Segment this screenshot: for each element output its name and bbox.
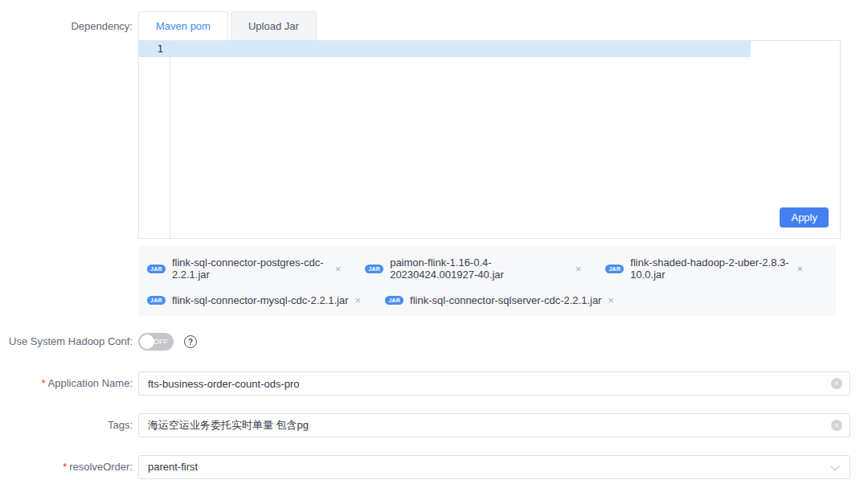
tab-upload-jar[interactable]: Upload Jar (231, 11, 317, 40)
close-icon[interactable]: × (608, 295, 614, 306)
required-marker: * (41, 377, 45, 389)
tags-row: Tags: × (0, 413, 868, 437)
jar-dependency-tag: JAR flink-sql-connector-mysql-cdc-2.2.1.… (147, 294, 361, 306)
jar-badge: JAR (605, 265, 624, 273)
apply-button[interactable]: Apply (780, 207, 829, 228)
resolve-order-value: parent-first (148, 461, 198, 473)
required-marker: * (63, 461, 67, 473)
application-form: Dependency: Maven pom Upload Jar 1 Apply (0, 0, 868, 480)
pom-editor[interactable]: 1 Apply (138, 40, 841, 239)
tab-maven-pom[interactable]: Maven pom (138, 11, 228, 40)
jar-dependency-tag: JAR flink-sql-connector-postgres-cdc-2.2… (147, 256, 341, 281)
jar-badge: JAR (365, 265, 383, 273)
tab-maven-pom-label: Maven pom (156, 20, 211, 32)
chevron-down-icon (830, 462, 839, 470)
jar-dependency-tag: JAR paimon-flink-1.16-0.4-20230424.00192… (365, 256, 581, 281)
dependency-row: Dependency: Maven pom Upload Jar 1 Apply (0, 11, 868, 316)
application-name-label: Application Name: (48, 377, 133, 389)
resolve-order-select[interactable]: parent-first (138, 455, 850, 479)
jar-dependency-tag: JAR flink-shaded-hadoop-2-uber-2.8.3-10.… (605, 256, 803, 281)
toggle-knob (140, 334, 154, 349)
jar-name: flink-shaded-hadoop-2-uber-2.8.3-10.0.ja… (630, 256, 790, 281)
tab-upload-jar-label: Upload Jar (248, 20, 299, 32)
close-icon[interactable]: × (355, 295, 362, 306)
jar-badge: JAR (147, 296, 166, 305)
dependency-tabs: Maven pom Upload Jar (138, 11, 868, 40)
hadoop-conf-label: Use System Hadoop Conf: (0, 333, 133, 351)
clear-icon[interactable]: × (831, 420, 842, 431)
jar-dependency-tag: JAR flink-sql-connector-sqlserver-cdc-2.… (385, 294, 614, 306)
jar-badge: JAR (385, 296, 403, 305)
application-name-row: *Application Name: × (0, 371, 868, 396)
jar-row: JAR flink-sql-connector-postgres-cdc-2.2… (147, 256, 827, 281)
dependency-label: Dependency: (0, 11, 133, 32)
close-icon[interactable]: × (575, 264, 582, 274)
toggle-state-label: OFF (154, 333, 168, 351)
resolve-order-row: *resolveOrder: parent-first (0, 455, 868, 479)
hadoop-conf-row: Use System Hadoop Conf: OFF ? (0, 333, 868, 351)
tags-label: Tags: (0, 413, 133, 437)
clear-icon[interactable]: × (831, 378, 842, 389)
editor-selected-line (139, 41, 751, 57)
help-icon[interactable]: ? (184, 335, 197, 348)
hadoop-conf-toggle[interactable]: OFF (138, 333, 174, 351)
jar-name: flink-sql-connector-mysql-cdc-2.2.1.jar (172, 294, 349, 306)
jar-name: paimon-flink-1.16-0.4-20230424.001927-40… (390, 256, 569, 281)
resolve-order-label: resolveOrder: (69, 461, 133, 473)
editor-gutter (139, 41, 170, 238)
close-icon[interactable]: × (796, 264, 803, 274)
close-icon[interactable]: × (335, 264, 342, 274)
jar-name: flink-sql-connector-postgres-cdc-2.2.1.j… (172, 256, 329, 281)
jar-badge: JAR (147, 265, 166, 273)
editor-line-number: 1 (139, 41, 170, 57)
jar-dependency-list: JAR flink-sql-connector-postgres-cdc-2.2… (138, 246, 836, 316)
application-name-input[interactable] (138, 371, 850, 396)
tags-input[interactable] (138, 413, 850, 437)
jar-name: flink-sql-connector-sqlserver-cdc-2.2.1.… (410, 294, 601, 306)
jar-row: JAR flink-sql-connector-mysql-cdc-2.2.1.… (147, 294, 827, 306)
